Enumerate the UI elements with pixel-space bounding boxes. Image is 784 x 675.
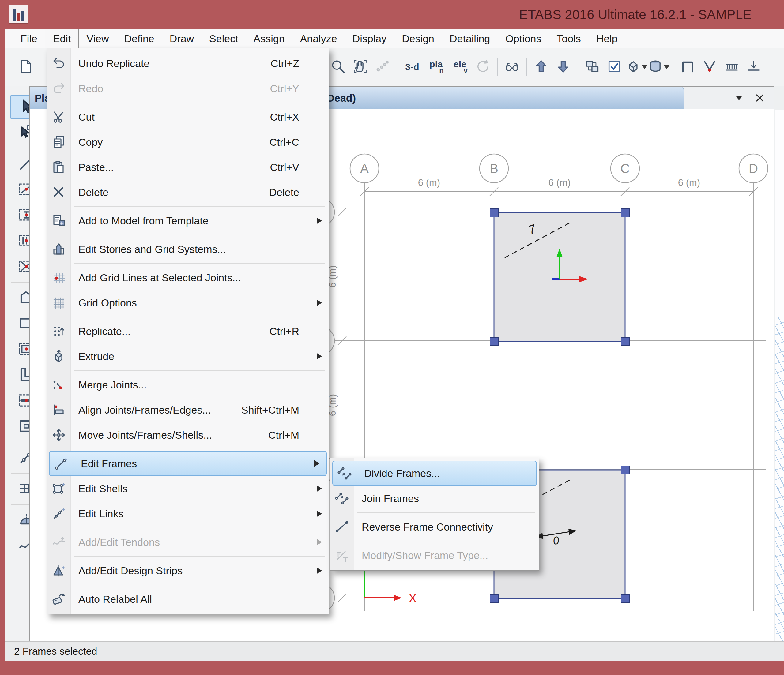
menu-item-add-to-model-from-template[interactable]: Add to Model from Template: [47, 208, 328, 233]
menu-edit[interactable]: Edit: [45, 29, 79, 48]
pan-hand-icon: [352, 59, 368, 76]
object-view-options-button[interactable]: [502, 57, 522, 77]
join-frames-icon: [330, 491, 354, 506]
shortcut-label: Ctrl+V: [270, 161, 299, 173]
move-down-story-button[interactable]: [554, 57, 573, 77]
menu-item-edit-frames[interactable]: Edit Frames: [49, 451, 327, 476]
menu-item-redo[interactable]: RedoCtrl+Y: [47, 76, 328, 101]
menu-view[interactable]: View: [79, 29, 117, 48]
rubber-band-zoom-button[interactable]: [328, 57, 348, 77]
grid-add-icon: [47, 270, 70, 285]
grid-label-b: B: [490, 161, 498, 176]
magnifier-icon: [330, 59, 346, 76]
menu-separator: [74, 263, 325, 264]
menu-item-add-grid-lines-at-selected-joints[interactable]: Add Grid Lines at Selected Joints...: [47, 265, 328, 290]
menu-item-delete[interactable]: DeleteDelete: [47, 180, 328, 205]
submenu-arrow-icon: [317, 567, 322, 574]
shortcut-label: Ctrl+C: [269, 136, 299, 148]
pan-button[interactable]: [350, 57, 370, 77]
align-icon: [47, 403, 70, 417]
frame-assigns-button[interactable]: [678, 57, 697, 77]
menu-design[interactable]: Design: [394, 29, 442, 48]
window-title: ETABS 2016 Ultimate 16.2.1 - SAMPLE: [519, 0, 751, 29]
menu-select[interactable]: Select: [202, 29, 246, 48]
cylinder-icon: [647, 59, 663, 76]
submenu-arrow-icon: [317, 353, 322, 360]
edit-menu-panel: Undo ReplicateCtrl+ZRedoCtrl+YCutCtrl+XC…: [47, 48, 329, 614]
rotate-view-button[interactable]: [473, 57, 493, 77]
menu-detailing[interactable]: Detailing: [442, 29, 498, 48]
tendons-icon: [47, 535, 70, 549]
menu-define[interactable]: Define: [117, 29, 162, 48]
menu-item-align-joints-frames-edges[interactable]: Align Joints/Frames/Edges...Shift+Ctrl+M: [47, 397, 328, 422]
shortcut-label: Shift+Ctrl+M: [241, 404, 299, 416]
menu-item-divide-frames[interactable]: Divide Frames...: [332, 461, 537, 486]
loads-point-icon: [746, 59, 762, 76]
menu-analyze[interactable]: Analyze: [292, 29, 345, 48]
menu-item-edit-stories-and-grid-systems[interactable]: Edit Stories and Grid Systems...: [47, 237, 328, 262]
bracket-icon: [680, 59, 695, 76]
object-fill-button[interactable]: [649, 57, 668, 77]
relabel-icon: [47, 592, 70, 607]
view-close-icon[interactable]: [754, 93, 765, 103]
joint-assigns-button[interactable]: [700, 57, 719, 77]
elevation-view-button[interactable]: elev: [449, 57, 471, 77]
window-arrange-button[interactable]: [582, 57, 602, 77]
menu-item-paste[interactable]: Paste...Ctrl+V: [47, 155, 328, 180]
menu-item-auto-relabel-all[interactable]: Auto Relabel All: [47, 587, 328, 611]
svg-text:6 (m): 6 (m): [418, 177, 440, 188]
etabs-app-icon: [9, 5, 28, 23]
menu-item-add-edit-tendons[interactable]: Add/Edit Tendons: [47, 529, 328, 555]
divide-frames-icon: [333, 466, 356, 481]
extruded-view-button[interactable]: [627, 57, 646, 77]
dropdown-caret-icon[interactable]: [664, 65, 669, 69]
menu-file[interactable]: File: [13, 29, 45, 48]
menu-item-grid-options[interactable]: Grid Options: [47, 290, 328, 315]
menu-item-modify-show-frame-type[interactable]: Modify/Show Frame Type...: [330, 543, 539, 568]
menu-item-merge-joints[interactable]: Merge Joints...: [47, 372, 328, 397]
menu-tools[interactable]: Tools: [549, 29, 588, 48]
plan-view-button[interactable]: plan: [425, 57, 447, 77]
view-dropdown-icon[interactable]: [736, 96, 742, 101]
etabs-window: ETABS 2016 Ultimate 16.2.1 - SAMPLE File…: [0, 0, 784, 675]
menu-item-reverse-frame-connectivity[interactable]: Reverse Frame Connectivity: [330, 514, 539, 539]
menu-item-edit-links[interactable]: Edit Links: [47, 501, 328, 526]
menu-options[interactable]: Options: [498, 29, 549, 48]
move-up-story-button[interactable]: [531, 57, 551, 77]
menu-item-extrude[interactable]: Extrude: [47, 344, 328, 369]
3d-view-button[interactable]: 3-d: [401, 57, 423, 77]
menu-item-undo-replicate[interactable]: Undo ReplicateCtrl+Z: [47, 51, 328, 76]
top-dimension-line: [360, 187, 758, 196]
vee-dot-icon: [702, 59, 717, 76]
submenu-arrow-icon: [317, 299, 322, 306]
grid-label-d: D: [749, 161, 758, 176]
menu-item-add-edit-design-strips[interactable]: Add/Edit Design Strips: [47, 558, 328, 583]
edit-shells-icon: [47, 481, 70, 496]
new-model-button[interactable]: [16, 57, 36, 77]
copy-icon: [47, 135, 70, 149]
menu-item-cut[interactable]: CutCtrl+X: [47, 104, 328, 129]
menu-item-replicate[interactable]: Replicate...Ctrl+R: [47, 319, 328, 344]
menu-item-edit-shells[interactable]: Edit Shells: [47, 476, 328, 501]
menu-item-join-frames[interactable]: Join Frames: [330, 486, 539, 511]
menu-help[interactable]: Help: [589, 29, 625, 48]
shortcut-label: Ctrl+Z: [271, 57, 300, 70]
move-icon: [47, 428, 70, 442]
dropdown-caret-icon[interactable]: [642, 65, 647, 69]
menu-assign[interactable]: Assign: [246, 29, 292, 48]
menu-item-move-joints-frames-shells[interactable]: Move Joints/Frames/Shells...Ctrl+M: [47, 422, 328, 448]
menu-item-copy[interactable]: CopyCtrl+C: [47, 129, 328, 155]
snap-dots-button[interactable]: [372, 57, 392, 77]
edit-frames-submenu-panel: Divide Frames...Join FramesReverse Frame…: [330, 458, 539, 571]
svg-text:6 (m): 6 (m): [678, 177, 700, 188]
frame-distributed-load-button[interactable]: [722, 57, 741, 77]
menu-draw[interactable]: Draw: [162, 29, 202, 48]
menu-display[interactable]: Display: [345, 29, 394, 48]
submenu-arrow-icon: [317, 539, 322, 546]
undo-icon: [47, 56, 70, 71]
delete-icon: [47, 185, 70, 200]
frame-point-load-button[interactable]: [744, 57, 764, 77]
object-shrink-toggle-button[interactable]: [605, 57, 624, 77]
toolbar-separator: [526, 58, 527, 76]
menu-separator: [74, 585, 325, 585]
